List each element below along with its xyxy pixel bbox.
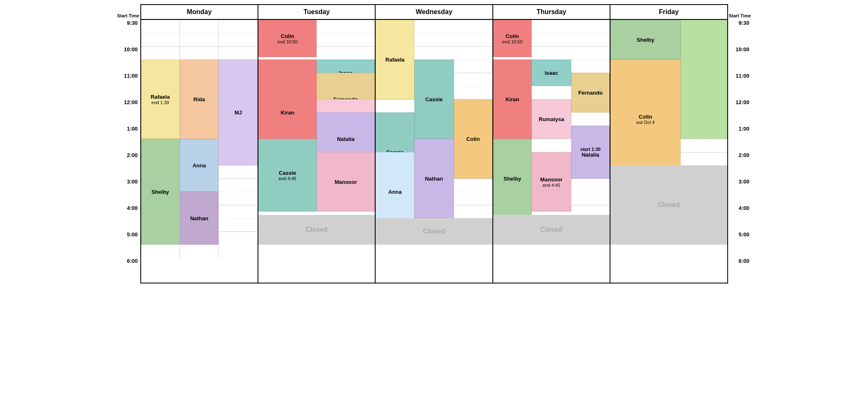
start-time-header-left: Start Time (116, 4, 140, 19)
monday-column: Rafaela end 1:30 Shelby Rida (141, 20, 258, 283)
friday-header: Friday (610, 5, 727, 19)
thursday-rumaiysa: Rumaiysa (532, 99, 571, 139)
thursday-fernando: Fernando (571, 73, 610, 112)
monday-mj: MJ (219, 60, 257, 165)
time-930-right: 9:30 (728, 19, 752, 45)
time-400-right: 4:00 (728, 204, 752, 231)
friday-green-top (681, 20, 727, 139)
friday-shelby: Shelby (610, 20, 680, 60)
friday-colin: Colin out Oct 4 (610, 60, 680, 179)
wednesday-rafaela: Rafaela (376, 20, 414, 99)
days-header-row: Monday Tuesday Wednesday Thursday Friday (140, 4, 728, 19)
grid-body: Rafaela end 1:30 Shelby Rida (140, 19, 728, 283)
time-1200: 12:00 (116, 98, 140, 125)
monday-inner: Rafaela end 1:30 Shelby Rida (141, 20, 258, 258)
monday-anna: Anna (180, 139, 218, 192)
time-1000: 10:00 (116, 45, 140, 72)
thursday-header: Thursday (493, 5, 610, 19)
time-100: 1:00 (116, 125, 140, 151)
monday-shelby: Shelby (141, 139, 180, 245)
friday-closed: Closed (610, 165, 727, 245)
time-1000-right: 10:00 (728, 45, 752, 72)
time-1100-right: 11:00 (728, 72, 752, 98)
thursday-shelby: Shelby (493, 139, 532, 218)
friday-inner: Shelby Colin out Oct 4 Closed (610, 20, 727, 258)
monday-subcol-2: Rida Anna Nathan (180, 20, 219, 258)
monday-rafaela: Rafaela end 1:30 (141, 60, 180, 139)
thursday-inner: Colin end 10:50 Kiran Isaac Fernando (493, 20, 610, 258)
thursday-mansoor: Mansoor end 4:45 (532, 152, 571, 212)
thursday-isaac: Isaac (532, 60, 571, 86)
days-area: Monday Tuesday Wednesday Thursday Friday (140, 4, 728, 283)
time-600: 6:00 (116, 257, 140, 283)
wednesday-header: Wednesday (376, 5, 493, 19)
time-300-right: 3:00 (728, 178, 752, 204)
time-1100: 11:00 (116, 72, 140, 98)
tuesday-colin: Colin end 10:50 (258, 20, 317, 57)
time-300: 3:00 (116, 178, 140, 204)
right-time-column: Start Time 9:30 10:00 11:00 12:00 1:00 2… (728, 4, 752, 283)
time-100-right: 1:00 (728, 125, 752, 151)
tuesday-inner: Colin end 10:50 Kiran Cassie end 4:45 (258, 20, 375, 258)
tuesday-column: Colin end 10:50 Kiran Cassie end 4:45 (258, 20, 376, 283)
left-time-column: Start Time 9:30 10:00 11:00 12:00 1:00 2… (116, 4, 140, 283)
wednesday-inner: Rafaela Cassie Colin Cassie (376, 20, 492, 258)
wednesday-closed: Closed (376, 218, 492, 245)
wednesday-column: Rafaela Cassie Colin Cassie (376, 20, 493, 283)
monday-nathan: Nathan (180, 192, 218, 245)
time-1200-right: 12:00 (728, 98, 752, 125)
time-500-right: 5:00 (728, 231, 752, 257)
thursday-closed: Closed (493, 215, 610, 245)
time-400: 4:00 (116, 204, 140, 231)
time-930: 9:30 (116, 19, 140, 45)
monday-subcol-3: MJ (219, 20, 257, 258)
time-600-right: 6:00 (728, 257, 752, 283)
thursday-column: Colin end 10:50 Kiran Isaac Fernando (493, 20, 610, 283)
tuesday-cassie: Cassie end 4:45 (258, 139, 317, 212)
thursday-natalia: start 1:30 Natalia (571, 126, 610, 179)
thursday-colin: Colin end 10:50 (493, 20, 532, 57)
wednesday-nathan: Nathan (414, 139, 454, 218)
tuesday-mansoor: Mansoor (317, 152, 375, 212)
friday-column: Shelby Colin out Oct 4 Closed (610, 20, 727, 283)
time-200: 2:00 (116, 151, 140, 178)
thursday-kiran: Kiran (493, 60, 532, 139)
wednesday-colin: Colin (454, 99, 492, 179)
monday-header: Monday (141, 5, 258, 19)
start-time-header-right: Start Time (728, 4, 752, 19)
time-500: 5:00 (116, 231, 140, 257)
wednesday-cassie-top: Cassie (414, 60, 454, 139)
monday-subcol-1: Rafaela end 1:30 Shelby (141, 20, 180, 258)
monday-rida: Rida (180, 60, 218, 139)
time-200-right: 2:00 (728, 151, 752, 178)
tuesday-closed: Closed (258, 215, 375, 245)
tuesday-header: Tuesday (258, 5, 376, 19)
